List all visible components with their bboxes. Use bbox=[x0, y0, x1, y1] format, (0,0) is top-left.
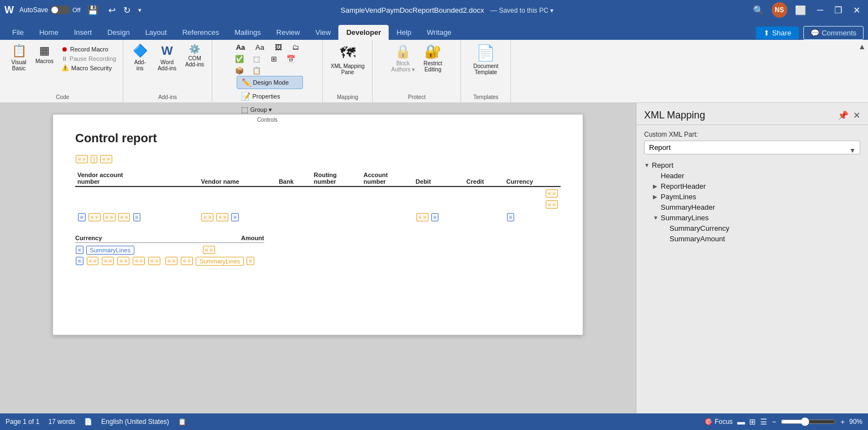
col-debit: Debit bbox=[414, 170, 464, 186]
tree-item-paymlines[interactable]: ▶ PaymLines bbox=[644, 191, 860, 202]
print-layout-button[interactable]: ▬ bbox=[737, 417, 745, 426]
xml-mapping-panel: XML Mapping 📌 ✕ Custom XML Part: Report … bbox=[636, 103, 868, 413]
comments-button[interactable]: 💬 Comments bbox=[803, 26, 864, 40]
macros-button[interactable]: ▦ Macros bbox=[32, 42, 57, 73]
close-button[interactable]: ✕ bbox=[850, 4, 864, 17]
autosave-toggle[interactable] bbox=[50, 6, 70, 14]
title-bar-right: 🔍 NS ⬜ ─ ❐ ✕ bbox=[750, 2, 864, 18]
cc-currency-2: » « bbox=[546, 200, 558, 209]
sc-tag-11: » bbox=[247, 257, 254, 265]
xml-panel-close-button[interactable]: ✕ bbox=[853, 110, 860, 121]
controls-group-inner: Aa Aa 🖼 🗂 ✅ ⬚ ⊞ bbox=[232, 42, 303, 76]
tab-references[interactable]: References bbox=[175, 25, 227, 40]
read-view-button[interactable]: ☰ bbox=[760, 417, 767, 426]
tab-developer[interactable]: Developer bbox=[338, 25, 389, 40]
pause-recording-button[interactable]: ⏸ Pause Recording bbox=[59, 54, 118, 63]
web-layout-button[interactable]: ⊞ bbox=[749, 417, 756, 426]
sc-tag-5: « » bbox=[102, 257, 114, 265]
tree-item-summaryheader[interactable]: SummaryHeader bbox=[644, 202, 860, 213]
tab-view[interactable]: View bbox=[307, 25, 338, 40]
tree-arrow-header bbox=[653, 173, 661, 179]
document-area[interactable]: Control report « » ) « » Vendor accountn… bbox=[0, 103, 636, 413]
tree-arrow-summarylines: ▼ bbox=[653, 215, 661, 221]
building-block-button[interactable]: 🗂 bbox=[287, 42, 303, 53]
tree-item-summarylines[interactable]: ▼ SummaryLines bbox=[644, 213, 860, 223]
properties-ribbon-button[interactable]: 📝 Properties bbox=[237, 90, 303, 102]
combo-box-button[interactable]: ⬚ bbox=[249, 54, 264, 64]
zoom-out-button[interactable]: − bbox=[772, 418, 776, 426]
tab-design[interactable]: Design bbox=[100, 25, 137, 40]
xml-panel-body: Custom XML Part: Report ▼ ▼ Report Heade… bbox=[636, 125, 868, 413]
group-icon: ⬚ bbox=[241, 105, 248, 114]
ribbon-display-button[interactable]: ⬜ bbox=[792, 4, 809, 17]
share-button[interactable]: ⬆ Share bbox=[756, 27, 799, 39]
tree-item-summaryamount[interactable]: SummaryAmount bbox=[644, 234, 860, 244]
xml-mapping-pane-button[interactable]: 🗺 XML MappingPane bbox=[327, 42, 368, 77]
macros-icon: ▦ bbox=[39, 44, 50, 57]
templates-group-label: Templates bbox=[473, 94, 499, 100]
tab-review[interactable]: Review bbox=[269, 25, 308, 40]
autosave-control[interactable]: AutoSave Off bbox=[19, 6, 81, 14]
addins-button[interactable]: 🔷 Add-ins bbox=[128, 42, 152, 73]
tree-label-summaryamount: SummaryAmount bbox=[670, 235, 725, 243]
share-icon: ⬆ bbox=[764, 29, 770, 37]
tree-label-summarylines: SummaryLines bbox=[661, 214, 709, 222]
cc-debit-1: « » bbox=[416, 213, 428, 221]
dropdown-button[interactable]: ⊞ bbox=[266, 54, 281, 64]
redo-button[interactable]: ↻ bbox=[120, 4, 134, 17]
building-block-icon: 🗂 bbox=[292, 43, 299, 51]
save-button[interactable]: 💾 bbox=[84, 4, 102, 17]
zoom-percent: 90% bbox=[849, 418, 862, 426]
word-addins-button[interactable]: W WordAdd-ins bbox=[154, 42, 180, 73]
cc-blue-2: » bbox=[133, 213, 141, 221]
tree-item-header[interactable]: Header bbox=[644, 170, 860, 181]
record-macro-button[interactable]: ⏺ Record Macro bbox=[59, 44, 118, 54]
tab-mailings[interactable]: Mailings bbox=[227, 25, 269, 40]
date-picker-button[interactable]: 📅 bbox=[283, 54, 299, 64]
restore-button[interactable]: ❐ bbox=[831, 4, 845, 17]
document-template-button[interactable]: 📄 DocumentTemplate bbox=[470, 42, 502, 77]
ribbon-collapse-button[interactable]: ▲ bbox=[858, 42, 866, 51]
focus-button[interactable]: 🎯 Focus bbox=[704, 418, 733, 426]
design-mode-button[interactable]: ✏️ Design Mode bbox=[237, 76, 303, 89]
minimize-button[interactable]: ─ bbox=[814, 4, 827, 16]
com-addins-button[interactable]: ⚙️ COMAdd-ins bbox=[182, 42, 207, 69]
com-addins-icon: ⚙️ bbox=[189, 44, 200, 54]
customize-qat-button[interactable]: ▾ bbox=[135, 4, 145, 17]
picture-button[interactable]: 🖼 bbox=[270, 42, 286, 53]
xml-panel-pin-button[interactable]: 📌 bbox=[838, 110, 849, 121]
tab-help[interactable]: Help bbox=[389, 25, 419, 40]
page-info: Page 1 of 1 bbox=[6, 418, 39, 426]
avatar[interactable]: NS bbox=[772, 2, 787, 18]
restrict-editing-button[interactable]: 🔐 RestrictEditing bbox=[420, 42, 446, 74]
sc-tag-8: « » bbox=[148, 257, 160, 265]
cell-vendor-account-1 bbox=[75, 186, 198, 211]
legacy-button[interactable]: 📦 bbox=[232, 65, 247, 76]
search-button[interactable]: 🔍 bbox=[750, 4, 767, 17]
properties-button[interactable]: 📋 bbox=[249, 65, 264, 76]
undo-button[interactable]: ↩ bbox=[105, 4, 119, 17]
tree-label-summarycurrency: SummaryCurrency bbox=[670, 224, 729, 232]
visual-basic-button[interactable]: 📋 VisualBasic bbox=[7, 42, 31, 73]
tab-insert[interactable]: Insert bbox=[66, 25, 100, 40]
tree-item-reportheader[interactable]: ▶ ReportHeader bbox=[644, 181, 860, 191]
zoom-in-button[interactable]: + bbox=[840, 418, 845, 426]
tab-file[interactable]: File bbox=[4, 25, 32, 40]
properties-icon: 📋 bbox=[252, 66, 261, 75]
tab-writage[interactable]: Writage bbox=[419, 25, 459, 40]
sc-tag-1: « bbox=[76, 246, 83, 254]
plain-text-button[interactable]: Aa bbox=[251, 42, 269, 53]
rich-text-button[interactable]: Aa bbox=[232, 42, 249, 53]
code-group-label: Code bbox=[56, 94, 69, 100]
group-button[interactable]: ⬚ Group ▾ bbox=[237, 103, 303, 116]
macro-security-button[interactable]: ⚠️ Macro Security bbox=[59, 63, 118, 72]
cc-name-1: « » bbox=[201, 213, 213, 221]
block-authors-button[interactable]: 🔒 BlockAuthors ▾ bbox=[388, 42, 418, 74]
tree-item-summarycurrency[interactable]: SummaryCurrency bbox=[644, 223, 860, 234]
checkbox-button[interactable]: ✅ bbox=[232, 54, 247, 64]
tab-layout[interactable]: Layout bbox=[138, 25, 175, 40]
tree-item-report[interactable]: ▼ Report bbox=[644, 160, 860, 170]
zoom-slider[interactable] bbox=[781, 417, 836, 426]
xml-part-select[interactable]: Report bbox=[644, 141, 860, 154]
tab-home[interactable]: Home bbox=[32, 25, 66, 40]
